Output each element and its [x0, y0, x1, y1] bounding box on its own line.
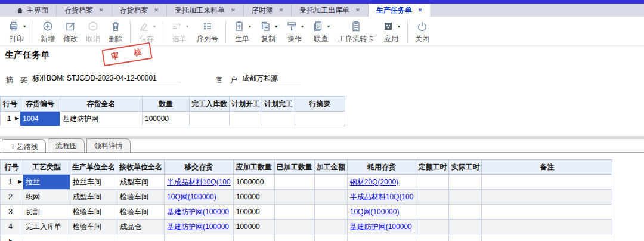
inventory-link[interactable]: 基建防护网(100000 [167, 208, 229, 216]
column-header[interactable]: 存货编号 [20, 97, 60, 112]
tab-close-icon[interactable]: ✕ [279, 7, 284, 13]
grid-cell[interactable]: 半成品材料10Q(100 [165, 175, 234, 190]
grid-cell[interactable] [274, 234, 314, 241]
row-number-cell[interactable]: 1▶ [1, 112, 20, 126]
grid-cell[interactable] [274, 190, 314, 205]
grid-cell[interactable] [482, 175, 612, 190]
grid-cell[interactable]: 拉丝车间 [70, 175, 117, 190]
tab-close-icon[interactable]: ✕ [355, 7, 360, 13]
grid-cell[interactable] [70, 234, 117, 241]
grid-cell[interactable]: 基建防护网(100000 [165, 220, 234, 234]
grid-cell[interactable] [482, 234, 612, 241]
column-header[interactable]: 移交存货 [165, 160, 234, 175]
grid-cell[interactable] [262, 112, 295, 126]
grid-cell[interactable] [482, 205, 612, 220]
grid-cell[interactable]: 检验车间 [117, 190, 165, 205]
grid-cell[interactable] [482, 190, 612, 205]
apply-button[interactable]: ▾应用 [378, 19, 404, 45]
column-header[interactable]: 加工金额 [314, 160, 347, 175]
column-header[interactable]: 完工入库数 [190, 97, 230, 112]
operate-button[interactable]: ▾操作 [281, 19, 308, 45]
tab-consign-outbound[interactable]: 受托加工出库单✕ [292, 4, 369, 17]
inventory-link[interactable]: 10Q网(100000) [350, 208, 400, 216]
chevron-down-icon[interactable]: ▾ [249, 24, 251, 29]
grid-cell[interactable] [314, 234, 347, 241]
grid-cell[interactable]: 完工入库单 [23, 220, 70, 234]
close-button[interactable]: 关闭 [411, 19, 434, 45]
grid-cell[interactable]: 半成品材料10Q(100 [347, 190, 416, 205]
grid-cell[interactable] [314, 220, 347, 234]
grid-cell[interactable]: 100000 [233, 205, 274, 220]
inventory-link[interactable]: 基建防护网(100000 [350, 223, 412, 231]
row-number-cell[interactable]: 1▶ [1, 175, 23, 190]
tab-close-icon[interactable]: ✕ [154, 7, 159, 13]
column-header[interactable]: 数量 [143, 97, 190, 112]
chevron-down-icon[interactable]: ▾ [153, 24, 156, 29]
grid-cell[interactable]: 10Q网(100000) [347, 205, 416, 220]
grid-cell[interactable] [314, 190, 347, 205]
generate-order-button[interactable]: ▾生单 [229, 19, 255, 45]
tab-close-icon[interactable]: ✕ [418, 7, 423, 13]
inventory-link[interactable]: 半成品材料10Q(100 [350, 193, 414, 201]
column-header[interactable]: 生产单位全名 [70, 160, 117, 175]
column-header[interactable]: 接收单位全名 [117, 160, 165, 175]
chevron-down-icon[interactable]: ▾ [327, 24, 330, 29]
grid-cell[interactable]: 10Q网(100000) [165, 190, 234, 205]
grid-cell[interactable]: 1000000 [233, 175, 274, 190]
summary-field[interactable]: 标准BOM: STJGDD-2023-04-12-00001 [31, 73, 179, 85]
process-flow-card-button[interactable]: 工序流转卡 [334, 19, 378, 45]
grid-cell[interactable] [449, 175, 482, 190]
grid-cell[interactable] [416, 175, 449, 190]
inventory-link[interactable]: 基建防护网(100000 [167, 223, 229, 231]
column-header[interactable]: 备注 [482, 160, 612, 175]
grid-cell[interactable] [314, 205, 347, 220]
grid-cell[interactable]: 基建防护网(100000 [347, 220, 416, 234]
copy-button[interactable]: ▾复制 [255, 19, 281, 45]
grid-cell[interactable] [314, 175, 347, 190]
row-number-cell[interactable]: 2 [1, 190, 23, 205]
column-header[interactable]: 应加工数量 [233, 160, 274, 175]
grid-cell[interactable]: 织网 [23, 190, 70, 205]
grid-cell[interactable]: 基建防护网(100000 [165, 205, 234, 220]
chevron-down-icon[interactable]: ▾ [398, 24, 400, 29]
tab-production-task[interactable]: 生产任务单✕ [369, 4, 431, 17]
grid-cell[interactable] [449, 234, 482, 241]
grid-cell[interactable]: 成品仓 [117, 220, 165, 234]
column-header[interactable]: 实际工时 [449, 160, 482, 175]
grid-cell[interactable] [274, 220, 314, 234]
chevron-down-icon[interactable]: ▾ [23, 24, 26, 29]
subtab-flowchart[interactable]: 流程图 [48, 138, 85, 152]
grid-cell[interactable] [482, 220, 612, 234]
grid-cell[interactable]: 检验车间 [70, 220, 117, 234]
print-button[interactable]: ▾打印 [4, 19, 30, 45]
grid-cell[interactable]: 检验车间 [70, 205, 117, 220]
grid-cell[interactable]: 拉丝 [23, 175, 70, 190]
chevron-down-icon[interactable]: ▾ [301, 24, 304, 29]
row-number-cell[interactable]: 3 [1, 205, 23, 220]
delete-button[interactable]: 删除 [104, 19, 127, 45]
grid-cell[interactable] [449, 190, 482, 205]
column-header[interactable]: 耗用存货 [347, 160, 416, 175]
grid-cell[interactable]: 100000 [233, 190, 274, 205]
add-button[interactable]: 新增 [36, 19, 59, 45]
grid-cell[interactable]: 成型车间 [117, 175, 165, 190]
grid-cell[interactable] [416, 220, 449, 234]
grid-cell[interactable] [416, 190, 449, 205]
customer-field[interactable]: 成都万和源 [241, 73, 301, 85]
edit-button[interactable]: 修改 [59, 19, 82, 45]
row-number-cell[interactable]: 5 [1, 234, 23, 241]
grid-cell[interactable] [190, 112, 230, 126]
tab-consign-incoming[interactable]: 受托加工来料单✕ [167, 4, 244, 17]
column-header[interactable]: 工艺类型 [23, 160, 70, 175]
grid-cell[interactable]: 1004 [20, 112, 60, 126]
column-header[interactable]: 行摘要 [295, 97, 345, 112]
tab-inventory-2[interactable]: 存货档案✕ [112, 4, 168, 17]
grid-cell[interactable] [274, 205, 314, 220]
column-header[interactable]: 存货全名 [60, 97, 143, 112]
grid-cell[interactable] [23, 234, 70, 241]
link-query-button[interactable]: ▾联查 [308, 19, 334, 45]
grid-cell[interactable] [416, 234, 449, 241]
inventory-link[interactable]: 钢材20Q(2000) [350, 178, 398, 186]
column-header[interactable]: 计划完工 [262, 97, 295, 112]
tab-inventory-1[interactable]: 存货档案✕ [57, 4, 112, 17]
